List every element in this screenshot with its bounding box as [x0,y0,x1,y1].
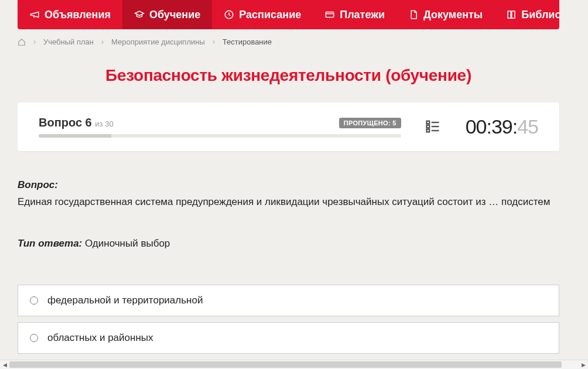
question-counter: Вопрос 6 из 30 [39,116,114,129]
schedule-icon [224,9,234,20]
timer-seconds: 45 [517,115,538,138]
nav-item-announcements[interactable]: Объявления [18,0,122,29]
chevron-right-icon [100,39,105,45]
nav-label: Обучение [149,9,200,21]
nav-item-education[interactable]: Обучение [122,0,212,29]
scroll-left-arrow[interactable]: ◀ [0,360,9,370]
answer-option[interactable]: федеральной и территориальной [18,285,559,316]
question-section: Вопрос: Единая государственная система п… [18,179,559,360]
status-card: Вопрос 6 из 30 ПРОПУЩЕНО: 5 [18,102,559,151]
timer-main: 00:39: [466,115,518,138]
nav-label: Платежи [340,9,385,21]
scroll-track[interactable] [9,360,579,369]
education-icon [134,9,145,20]
progress-fill [39,134,111,138]
top-nav: Объявления Обучение Расписание Платежи Д… [18,0,559,29]
crumb-plan[interactable]: Учебный план [43,37,94,46]
nav-label: Объявления [45,9,111,21]
answer-radio[interactable] [30,334,38,342]
svg-rect-2 [426,121,429,124]
progress-bar [39,134,401,138]
svg-rect-1 [326,12,334,18]
question-list-button[interactable] [425,118,442,136]
page-title: Безопасность жизнедеятельности (обучение… [18,66,559,85]
answer-type-row: Тип ответа: Одиночный выбор [18,238,559,250]
breadcrumb: Учебный план Мероприятие дисциплины Тест… [18,29,559,54]
announcement-icon [29,9,40,20]
answer-type-value: Одиночный выбор [85,238,170,249]
main-viewport[interactable]: Объявления Обучение Расписание Платежи Д… [0,0,588,360]
answer-radio[interactable] [30,296,38,305]
chevron-right-icon [211,39,217,45]
answer-text: федеральной и территориальной [47,295,203,306]
home-icon[interactable] [18,38,26,46]
answer-text: областных и районных [47,332,153,344]
answer-type-label: Тип ответа: [18,238,82,249]
crumb-event[interactable]: Мероприятие дисциплины [111,37,205,46]
nav-label: Документы [423,9,483,21]
nav-item-payments[interactable]: Платежи [313,0,396,29]
skipped-badge: ПРОПУЩЕНО: 5 [339,118,401,128]
horizontal-scrollbar[interactable]: ◀ ▶ [0,360,588,369]
payments-icon [324,9,335,20]
timer: 00:39:45 [466,115,538,138]
svg-rect-4 [426,129,429,132]
question-label: Вопрос: [18,179,58,190]
svg-rect-3 [426,125,429,128]
crumb-current: Тестирование [223,37,272,46]
chevron-right-icon [32,39,37,45]
answer-option[interactable]: областных и районных [18,322,559,354]
nav-item-documents[interactable]: Документы [396,0,494,29]
nav-label: Библиотека [521,9,559,21]
nav-item-schedule[interactable]: Расписание [212,0,313,29]
nav-item-library[interactable]: Библиотека [494,0,559,29]
documents-icon [408,9,419,20]
list-icon [425,118,441,135]
nav-label: Расписание [239,9,301,21]
scroll-thumb[interactable] [9,361,562,368]
scroll-right-arrow[interactable]: ▶ [579,360,588,370]
question-text: Единая государственная система предупреж… [18,194,559,210]
library-icon [506,9,517,20]
progress-block: Вопрос 6 из 30 ПРОПУЩЕНО: 5 [39,116,401,138]
answers-list: федеральной и территориальной областных … [18,285,559,360]
